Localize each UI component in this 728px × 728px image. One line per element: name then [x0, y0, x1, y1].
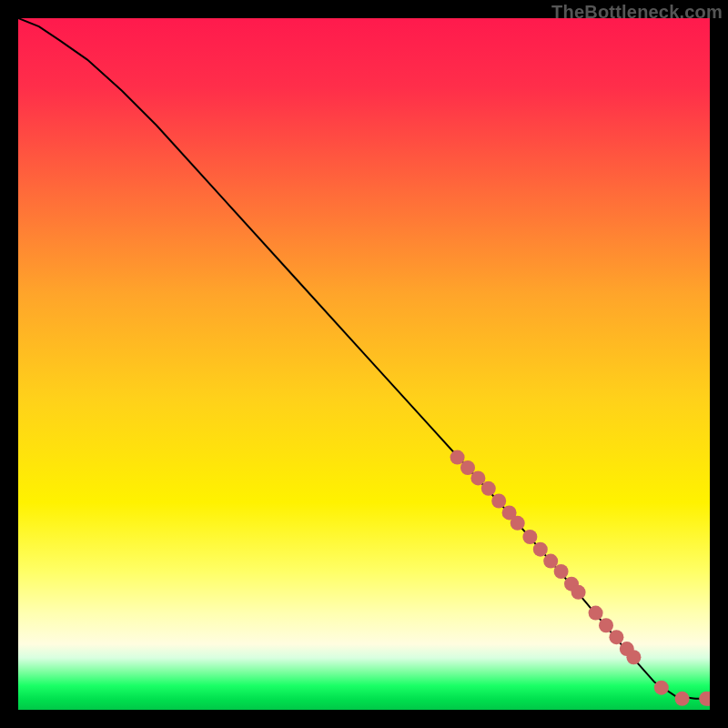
data-point: [460, 460, 475, 475]
data-point: [481, 481, 496, 496]
data-point: [626, 650, 641, 664]
chart-plot: [18, 18, 710, 710]
chart-frame: TheBottleneck.com: [0, 0, 728, 728]
data-point: [571, 585, 586, 600]
data-point: [675, 692, 690, 706]
plot-background: [18, 18, 710, 710]
data-point: [654, 681, 669, 695]
data-point: [522, 530, 537, 544]
data-point: [589, 606, 603, 621]
data-point: [511, 516, 525, 531]
data-point: [609, 630, 623, 644]
data-point: [554, 564, 569, 579]
data-point: [450, 450, 465, 465]
data-point: [491, 493, 506, 508]
data-point: [543, 554, 558, 569]
data-point: [470, 470, 485, 485]
data-point: [599, 618, 613, 632]
data-point: [533, 542, 548, 557]
